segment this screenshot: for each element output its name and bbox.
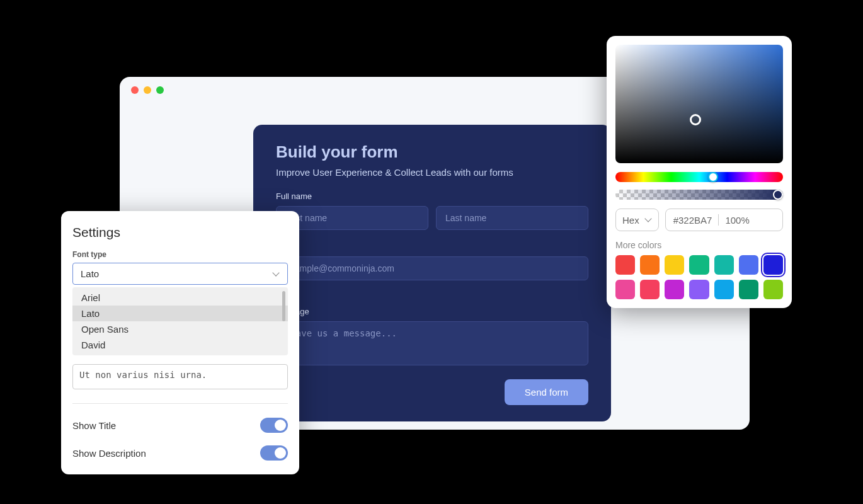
color-swatch[interactable] [739,280,758,299]
color-swatch[interactable] [615,255,635,275]
show-description-label: Show Description [72,448,146,459]
color-format-value: Hex [622,215,639,226]
hex-divider [718,214,719,226]
settings-panel: Settings Font type Lato Ariel Lato Open … [61,211,299,474]
color-swatch[interactable] [665,280,684,299]
font-option-ariel[interactable]: Ariel [72,290,288,306]
traffic-light-minimize[interactable] [144,86,151,94]
color-swatch[interactable] [739,255,758,275]
show-title-toggle[interactable] [260,418,288,433]
font-option-opensans[interactable]: Open Sans [72,321,288,337]
color-format-select[interactable]: Hex [615,209,659,231]
color-saturation-area[interactable] [615,45,783,163]
chevron-down-icon [644,216,652,224]
message-label: Message [276,307,588,316]
traffic-light-maximize[interactable] [156,86,164,94]
font-type-select[interactable]: Lato [72,263,288,285]
alpha-slider[interactable] [615,190,783,200]
color-picker-panel: Hex #322BA7 100% More colors [607,36,792,308]
message-textarea[interactable] [276,321,588,365]
full-name-label: Full name [276,192,588,201]
hex-input[interactable]: #322BA7 100% [665,209,783,231]
color-swatch[interactable] [714,280,734,299]
form-title: Build your form [276,142,588,162]
settings-divider [72,403,288,404]
hue-slider[interactable] [615,172,783,182]
color-swatch[interactable] [689,255,709,275]
font-type-dropdown: Ariel Lato Open Sans David [72,287,288,355]
show-title-label: Show Title [72,420,116,431]
color-swatch[interactable] [615,280,635,299]
font-option-david[interactable]: David [72,337,288,353]
color-swatch[interactable] [640,255,660,275]
color-swatch[interactable] [640,280,660,299]
email-input[interactable] [276,256,588,280]
color-swatch[interactable] [714,255,734,275]
alpha-slider-thumb[interactable] [773,190,783,200]
show-description-toggle[interactable] [260,445,288,461]
color-swatch[interactable] [763,280,783,299]
form-subtitle: Improve User Experience & Collect Leads … [276,167,588,178]
color-swatch[interactable] [689,280,709,299]
settings-title: Settings [72,225,288,240]
alpha-value: 100% [725,215,749,226]
sample-text-input[interactable] [72,364,288,389]
send-form-button[interactable]: Send form [505,379,588,405]
font-option-lato[interactable]: Lato [72,306,288,321]
dropdown-scrollbar[interactable] [282,291,285,321]
hue-slider-thumb[interactable] [708,172,718,182]
more-colors-label: More colors [615,240,783,250]
color-picker-cursor[interactable] [690,114,701,125]
last-name-input[interactable] [436,206,588,230]
hex-value: #322BA7 [673,215,712,226]
font-type-label: Font type [72,250,288,259]
color-swatch[interactable] [763,255,783,275]
swatch-grid [615,255,783,299]
font-type-value: Lato [81,268,99,279]
chevron-down-icon [272,270,280,278]
traffic-light-close[interactable] [131,86,139,94]
form-card: Build your form Improve User Experience … [253,125,611,421]
color-swatch[interactable] [665,255,684,275]
